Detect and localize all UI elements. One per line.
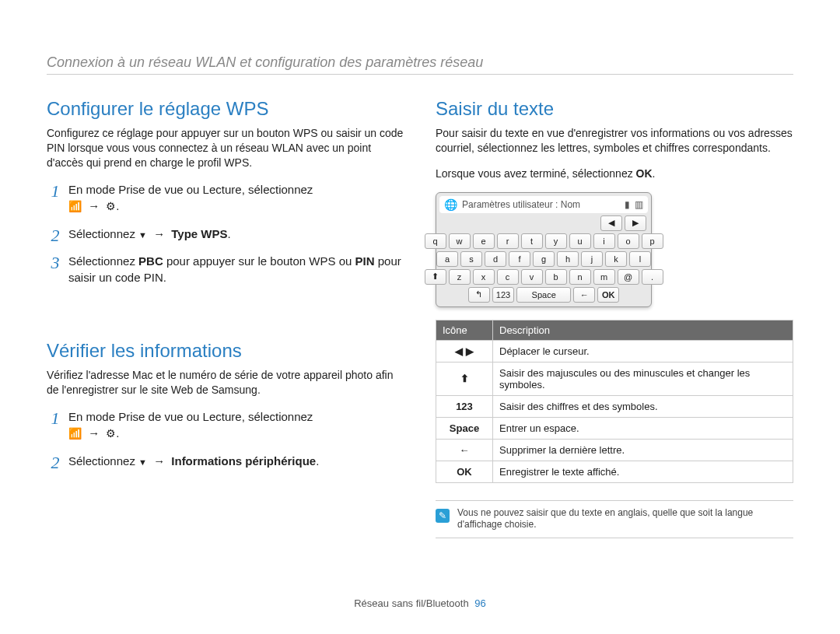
note-text: Vous ne pouvez saisir que du texte en an…: [457, 507, 793, 531]
gear-icon: [106, 426, 116, 442]
table-icon-cell: ⬆: [436, 362, 493, 395]
key-x[interactable]: x: [473, 269, 495, 285]
battery-icon: ▥: [635, 199, 643, 210]
note-icon: ✎: [436, 509, 450, 523]
table-row: Space Entrer un espace.: [436, 417, 793, 439]
key-period[interactable]: .: [642, 269, 663, 285]
key-123[interactable]: 123: [492, 287, 514, 303]
two-column-layout: Configurer le réglage WPS Configurez ce …: [47, 98, 793, 538]
table-icon-cell: Space: [436, 417, 493, 439]
table-desc-cell: Saisir des chiffres et des symboles.: [493, 395, 793, 417]
verify-step-2-pre: Sélectionnez: [68, 454, 138, 468]
key-t[interactable]: t: [521, 233, 543, 249]
table-row: ⬆ Saisir des majuscules ou des minuscule…: [436, 362, 793, 395]
arrow-right-icon: →: [88, 426, 100, 440]
key-r[interactable]: r: [497, 233, 519, 249]
key-p[interactable]: p: [642, 233, 663, 249]
key-o[interactable]: o: [618, 233, 639, 249]
key-w[interactable]: w: [449, 233, 471, 249]
step-3-a: Sélectionnez: [68, 254, 138, 268]
table-row: ← Supprimer la dernière lettre.: [436, 439, 793, 461]
step-3-pin: PIN: [355, 254, 375, 268]
table-desc-cell: Déplacer le curseur.: [493, 340, 793, 362]
steps-verify: En mode Prise de vue ou Lecture, sélecti…: [47, 408, 404, 470]
para-text-entry-1: Pour saisir du texte en vue d'enregistre…: [436, 126, 793, 156]
table-header-desc: Description: [493, 320, 793, 340]
para-text-entry-2: Lorsque vous avez terminé, sélectionnez …: [436, 166, 793, 181]
right-column: Saisir du texte Pour saisir du texte en …: [436, 98, 793, 538]
key-a[interactable]: a: [436, 251, 458, 267]
breadcrumb: Connexion à un réseau WLAN et configurat…: [47, 54, 793, 75]
key-n[interactable]: n: [569, 269, 591, 285]
key-v[interactable]: v: [521, 269, 543, 285]
keyboard-row-3: ⬆ z x c v b n m @ .: [439, 269, 648, 285]
step-2-pre: Sélectionnez: [68, 227, 138, 240]
page-footer: Réseau sans fil/Bluetooth 96: [0, 597, 840, 609]
key-h[interactable]: h: [557, 251, 579, 267]
key-shift[interactable]: ⬆: [425, 269, 446, 285]
wifi-icon: [68, 426, 82, 442]
steps-wps: En mode Prise de vue ou Lecture, sélecti…: [47, 181, 404, 286]
heading-text-entry: Saisir du texte: [436, 98, 793, 120]
table-desc-cell: Entrer un espace.: [493, 417, 793, 439]
key-f[interactable]: f: [509, 251, 530, 267]
para-wps: Configurez ce réglage pour appuyer sur u…: [47, 126, 404, 170]
key-z[interactable]: z: [449, 269, 471, 285]
key-i[interactable]: i: [593, 233, 615, 249]
onscreen-keyboard: 🌐 Paramètres utilisateur : Nom ▮ ▥ ◀ ▶ q…: [436, 192, 652, 307]
key-y[interactable]: y: [545, 233, 567, 249]
key-c[interactable]: c: [497, 269, 519, 285]
key-ok[interactable]: OK: [597, 287, 619, 303]
keyboard-row-4: ↰ 123 Space ← OK: [439, 287, 648, 303]
key-q[interactable]: q: [425, 233, 446, 249]
heading-wps: Configurer le réglage WPS: [47, 98, 404, 120]
step-3: Sélectionnez PBC pour appuyer sur le bou…: [47, 253, 404, 285]
footer-text: Réseau sans fil/Bluetooth: [354, 597, 468, 609]
key-back[interactable]: ↰: [468, 287, 490, 303]
keyboard-header: 🌐 Paramètres utilisateur : Nom ▮ ▥: [439, 196, 648, 213]
key-b[interactable]: b: [545, 269, 567, 285]
key-e[interactable]: e: [473, 233, 495, 249]
key-cursor-left[interactable]: ◀: [600, 215, 622, 231]
step-3-b: pour appuyer sur le bouton WPS ou: [163, 254, 355, 268]
step-2: Sélectionnez → Type WPS.: [47, 226, 404, 243]
globe-icon: 🌐: [444, 198, 457, 211]
gear-icon: [106, 199, 116, 215]
table-header-row: Icône Description: [436, 320, 793, 340]
wifi-icon: [68, 199, 82, 215]
step-1: En mode Prise de vue ou Lecture, sélecti…: [47, 181, 404, 215]
step-3-pbc: PBC: [138, 254, 163, 268]
verify-step-1-text: En mode Prise de vue ou Lecture, sélecti…: [68, 410, 313, 423]
key-u[interactable]: u: [569, 233, 591, 249]
arrow-right-icon: →: [153, 227, 165, 240]
para2-a: Lorsque vous avez terminé, sélectionnez: [436, 167, 636, 180]
icon-description-table: Icône Description ◀ ▶ Déplacer le curseu…: [436, 320, 793, 483]
verify-step-2: Sélectionnez → Informations périphérique…: [47, 453, 404, 470]
key-j[interactable]: j: [581, 251, 603, 267]
table-icon-cell: OK: [436, 461, 493, 482]
key-d[interactable]: d: [485, 251, 506, 267]
key-space[interactable]: Space: [516, 287, 571, 303]
key-k[interactable]: k: [605, 251, 627, 267]
key-g[interactable]: g: [533, 251, 555, 267]
keyboard-row-2: a s d f g h j k l: [439, 251, 648, 267]
left-column: Configurer le réglage WPS Configurez ce …: [47, 98, 404, 538]
para-verify: Vérifiez l'adresse Mac et le numéro de s…: [47, 368, 404, 398]
key-l[interactable]: l: [629, 251, 651, 267]
heading-verify: Vérifier les informations: [47, 340, 404, 362]
para2-ok: OK: [636, 167, 653, 180]
table-desc-cell: Supprimer la dernière lettre.: [493, 439, 793, 461]
arrow-right-icon: →: [88, 199, 100, 212]
key-at[interactable]: @: [618, 269, 639, 285]
key-s[interactable]: s: [460, 251, 482, 267]
verify-step-1: En mode Prise de vue ou Lecture, sélecti…: [47, 408, 404, 442]
key-cursor-right[interactable]: ▶: [625, 215, 646, 231]
table-icon-cell: 123: [436, 395, 493, 417]
keyboard-status-icons: ▮ ▥: [625, 199, 643, 210]
table-row: ◀ ▶ Déplacer le curseur.: [436, 340, 793, 362]
key-m[interactable]: m: [593, 269, 615, 285]
table-row: 123 Saisir des chiffres et des symboles.: [436, 395, 793, 417]
table-desc-cell: Saisir des majuscules ou des minuscules …: [493, 362, 793, 395]
keyboard-title: Paramètres utilisateur : Nom: [462, 199, 580, 210]
key-backspace[interactable]: ←: [573, 287, 595, 303]
